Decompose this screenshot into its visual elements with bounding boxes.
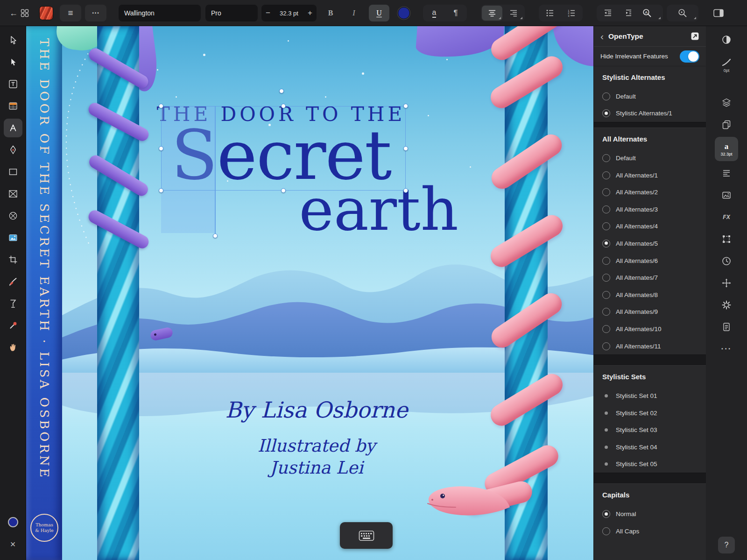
colour-swatch	[398, 7, 410, 19]
opentype-option[interactable]: Stylistic Set 04	[594, 439, 706, 456]
frame-text-tool-button[interactable]	[4, 75, 22, 93]
node-tool-button[interactable]	[4, 53, 22, 71]
align-centre-button[interactable]	[482, 6, 502, 21]
artistic-text-tool-button[interactable]	[4, 119, 22, 137]
book-cover-canvas[interactable]: THE DOOR OF THE SECRET EARTH · LISA OSBO…	[26, 26, 593, 560]
font-family-field[interactable]: Wallington	[119, 5, 201, 21]
fx-studio-button[interactable]: FX	[715, 207, 738, 227]
opentype-option[interactable]: All Alternates/8	[594, 286, 706, 304]
font-size-value[interactable]: 32.3 pt	[275, 10, 303, 17]
transparency-tool-button[interactable]	[4, 294, 22, 313]
font-size-decrease-button[interactable]: −	[261, 5, 275, 21]
opentype-option[interactable]: All Alternates/1	[594, 167, 706, 184]
opentype-option[interactable]: All Alternates/3	[594, 201, 706, 218]
current-colour-button[interactable]	[4, 513, 22, 532]
kerning-button[interactable]	[668, 6, 698, 21]
detach-panel-icon[interactable]	[691, 32, 699, 41]
opentype-option[interactable]: Stylistic Alternates/1	[594, 105, 706, 122]
opentype-option[interactable]: All Alternates/6	[594, 252, 706, 269]
toggle-studio-button[interactable]	[708, 5, 729, 21]
selection-handle[interactable]	[159, 146, 163, 151]
navigator-studio-button[interactable]	[715, 273, 738, 293]
opentype-option[interactable]: Normal	[594, 505, 706, 523]
help-button[interactable]: ?	[718, 537, 735, 553]
underline-button[interactable]: U	[369, 5, 389, 21]
layers-studio-button[interactable]	[715, 93, 738, 113]
selection-handle[interactable]	[403, 146, 408, 151]
pages-studio-button[interactable]	[715, 115, 738, 135]
rotation-handle[interactable]	[279, 89, 284, 93]
colour-picker-tool-button[interactable]	[4, 316, 22, 335]
notes-studio-button[interactable]	[715, 317, 738, 337]
selection-handle[interactable]	[159, 188, 163, 193]
typography-zoom-button[interactable]: A	[632, 6, 662, 21]
paragraph-studio-button[interactable]	[715, 163, 738, 183]
opentype-option[interactable]: Stylistic Set 02	[594, 404, 706, 422]
colour-studio-button[interactable]	[715, 30, 738, 50]
selection-handle[interactable]	[281, 104, 286, 108]
opentype-option[interactable]: All Alternates/7	[594, 269, 706, 286]
bullet-list-button[interactable]	[540, 6, 560, 21]
close-tools-button[interactable]: ×	[4, 535, 22, 553]
selection-handle[interactable]	[159, 104, 163, 108]
frame-studio-button[interactable]	[715, 185, 738, 205]
transparency-tool-icon	[8, 298, 18, 309]
transform-studio-button[interactable]	[715, 229, 738, 249]
back-button[interactable]: ←	[5, 5, 34, 21]
hand-tool-button[interactable]	[4, 338, 22, 357]
character-studio-button[interactable]: a 32.3pt	[715, 137, 738, 161]
opentype-option[interactable]: Stylistic Set 01	[594, 387, 706, 404]
align-right-button[interactable]	[503, 6, 524, 21]
rectangle-tool-button[interactable]	[4, 163, 22, 181]
numbered-list-button[interactable]: 123	[561, 6, 582, 21]
bold-button[interactable]: B	[321, 5, 340, 21]
history-studio-button[interactable]	[715, 251, 738, 271]
underline-label: U	[376, 9, 382, 17]
app-logo[interactable]	[39, 6, 53, 20]
opentype-option[interactable]: Stylistic Set 03	[594, 422, 706, 439]
stroke-studio-button[interactable]: 0pt	[715, 52, 738, 78]
brush-tool-button[interactable]	[4, 272, 22, 291]
place-image-tool-button[interactable]	[4, 228, 22, 247]
opentype-option[interactable]: All Alternates/5	[594, 235, 706, 252]
opentype-option[interactable]: All Caps	[594, 523, 706, 540]
caret-handle[interactable]	[213, 234, 218, 238]
opentype-option[interactable]: Default	[594, 149, 706, 167]
text-colour-well[interactable]	[396, 5, 412, 21]
italic-button[interactable]: I	[345, 5, 363, 21]
hide-irrelevant-toggle[interactable]	[680, 50, 699, 63]
snake-head	[418, 470, 512, 521]
align-right-icon	[509, 8, 518, 18]
opentype-option[interactable]: All Alternates/9	[594, 304, 706, 321]
selection-bounding-box[interactable]	[161, 106, 406, 191]
ellipse-frame-tool-button[interactable]	[4, 206, 22, 225]
picture-frame-tool-button[interactable]	[4, 184, 22, 203]
pen-tool-button[interactable]	[4, 141, 22, 159]
opentype-option[interactable]: All Alternates/4	[594, 218, 706, 235]
show-special-characters-button[interactable]: ¶	[445, 6, 466, 21]
crop-tool-button[interactable]	[4, 250, 22, 269]
font-style-field[interactable]: Pro	[205, 5, 258, 21]
opentype-option[interactable]: Stylistic Set 05	[594, 456, 706, 473]
move-tool-button[interactable]	[4, 31, 22, 50]
transform-icon	[721, 234, 732, 244]
keyboard-toggle-button[interactable]	[340, 522, 393, 549]
menu-button[interactable]: ≡	[60, 5, 81, 21]
opentype-option[interactable]: All Alternates/10	[594, 320, 706, 338]
opentype-option[interactable]: All Alternates/2	[594, 184, 706, 201]
more-studio-button[interactable]: ···	[715, 339, 738, 359]
settings-studio-button[interactable]	[715, 295, 738, 315]
selection-handle[interactable]	[281, 188, 286, 193]
panel-back-button[interactable]: ‹	[600, 31, 604, 41]
top-toolbar: ← ≡ ··· Wallington Pro − 32.3 pt + B I U…	[0, 0, 747, 26]
character-colour-button[interactable]: a	[424, 6, 444, 21]
font-size-increase-button[interactable]: +	[303, 5, 317, 21]
decrease-indent-button[interactable]	[598, 6, 618, 21]
keyboard-icon	[359, 530, 374, 541]
opentype-option[interactable]: All Alternates/11	[594, 338, 706, 355]
opentype-option[interactable]: Default	[594, 88, 706, 105]
selection-handle[interactable]	[403, 104, 408, 108]
table-tool-button[interactable]	[4, 97, 22, 115]
more-button[interactable]: ···	[85, 5, 106, 21]
selection-handle[interactable]	[403, 188, 408, 193]
